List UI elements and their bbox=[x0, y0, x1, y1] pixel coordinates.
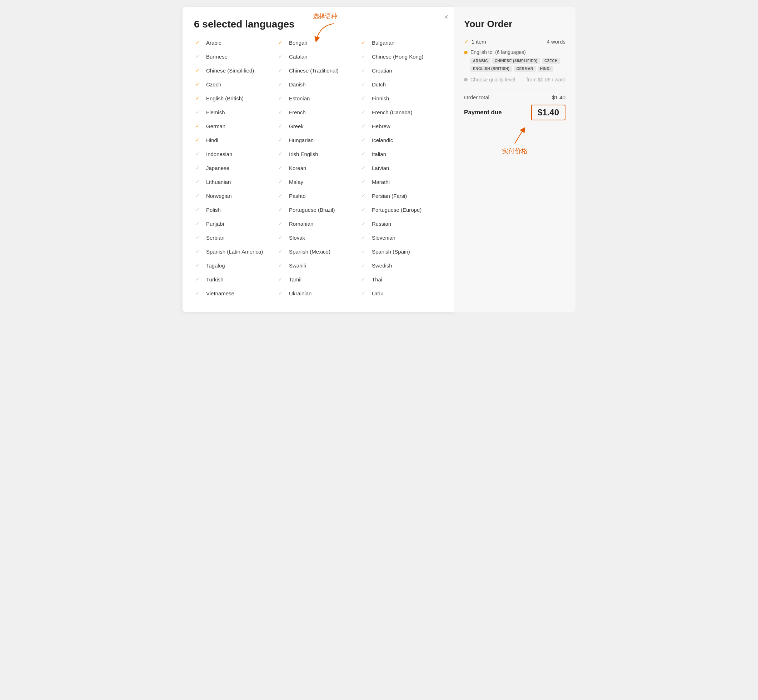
check-icon-unchecked: ✓ bbox=[361, 248, 368, 255]
lang-name: Swedish bbox=[372, 262, 392, 269]
lang-item[interactable]: ✓Serbian bbox=[194, 231, 277, 245]
lang-item[interactable]: ✓Irish English bbox=[277, 147, 360, 161]
lang-item[interactable]: ✓Persian (Farsi) bbox=[360, 189, 442, 203]
check-icon-unchecked: ✓ bbox=[361, 178, 368, 185]
lang-item[interactable]: ✓Korean bbox=[277, 161, 360, 175]
lang-item[interactable]: ✓Spanish (Spain) bbox=[360, 245, 442, 259]
lang-item[interactable]: ✓Urdu bbox=[360, 286, 442, 300]
check-icon-unchecked: ✓ bbox=[361, 165, 368, 171]
lang-item[interactable]: ✓Chinese (Simplified) bbox=[194, 64, 277, 78]
lang-item[interactable]: ✓Thai bbox=[360, 272, 442, 286]
language-panel: 6 selected languages × 选择语种 ✓Arabic✓Burm… bbox=[183, 7, 454, 312]
lang-name: Hindi bbox=[206, 136, 218, 144]
lang-name: Persian (Farsi) bbox=[372, 192, 407, 200]
lang-name: Russian bbox=[372, 220, 391, 228]
lang-item[interactable]: ✓Catalan bbox=[277, 50, 360, 64]
lang-item[interactable]: ✓Punjabi bbox=[194, 217, 277, 231]
lang-item[interactable]: ✓Croatian bbox=[360, 64, 442, 78]
lang-item[interactable]: ✓Latvian bbox=[360, 161, 442, 175]
lang-item[interactable]: ✓Polish bbox=[194, 203, 277, 217]
lang-item[interactable]: ✓English (British) bbox=[194, 91, 277, 105]
lang-tag: GERMAN bbox=[514, 66, 536, 72]
lang-item[interactable]: ✓Finnish bbox=[360, 91, 442, 105]
lang-item[interactable]: ✓Slovak bbox=[277, 231, 360, 245]
lang-tag: ENGLISH (BRITISH) bbox=[470, 66, 512, 72]
lang-item[interactable]: ✓German bbox=[194, 119, 277, 133]
lang-item[interactable]: ✓Chinese (Traditional) bbox=[277, 64, 360, 78]
lang-name: Dutch bbox=[372, 81, 386, 88]
languages-grid: ✓Arabic✓Burmese✓Chinese (Simplified)✓Cze… bbox=[194, 36, 442, 300]
lang-item[interactable]: ✓Pashto bbox=[277, 189, 360, 203]
lang-name: Urdu bbox=[372, 290, 384, 297]
gray-dot bbox=[464, 78, 467, 81]
lang-name: Finnish bbox=[372, 95, 389, 102]
lang-name: French bbox=[289, 109, 306, 116]
lang-item[interactable]: ✓Portuguese (Brazil) bbox=[277, 203, 360, 217]
lang-tag: ARABIC bbox=[470, 58, 491, 64]
lang-item[interactable]: ✓Malay bbox=[277, 175, 360, 189]
lang-item[interactable]: ✓Marathi bbox=[360, 175, 442, 189]
check-icon-unchecked: ✓ bbox=[361, 262, 368, 269]
lang-item[interactable]: ✓Greek bbox=[277, 119, 360, 133]
lang-item[interactable]: ✓Hebrew bbox=[360, 119, 442, 133]
lang-item[interactable]: ✓Bengali bbox=[277, 36, 360, 50]
lang-name: Chinese (Simplified) bbox=[206, 67, 254, 74]
lang-item[interactable]: ✓Russian bbox=[360, 217, 442, 231]
lang-item[interactable]: ✓Vietnamese bbox=[194, 286, 277, 300]
check-icon-unchecked: ✓ bbox=[278, 178, 285, 185]
lang-item[interactable]: ✓Swedish bbox=[360, 259, 442, 272]
lang-item[interactable]: ✓Dutch bbox=[360, 78, 442, 91]
lang-item[interactable]: ✓Arabic bbox=[194, 36, 277, 50]
lang-name: Bulgarian bbox=[372, 39, 394, 47]
lang-name: Estonian bbox=[289, 95, 310, 102]
lang-name: Pashto bbox=[289, 192, 306, 200]
lang-name: Greek bbox=[289, 122, 304, 130]
lang-name: Slovenian bbox=[372, 234, 395, 241]
lang-item[interactable]: ✓Icelandic bbox=[360, 133, 442, 147]
lang-item[interactable]: ✓Indonesian bbox=[194, 147, 277, 161]
payment-row: Payment due $1.40 bbox=[464, 105, 566, 120]
lang-name: Indonesian bbox=[206, 150, 232, 158]
lang-item[interactable]: ✓Bulgarian bbox=[360, 36, 442, 50]
lang-item[interactable]: ✓Lithuanian bbox=[194, 175, 277, 189]
orange-dot bbox=[464, 51, 467, 54]
check-icon-unchecked: ✓ bbox=[361, 95, 368, 102]
lang-item[interactable]: ✓Tamil bbox=[277, 272, 360, 286]
lang-tag: HINDI bbox=[538, 66, 553, 72]
lang-item[interactable]: ✓Italian bbox=[360, 147, 442, 161]
lang-item[interactable]: ✓Romanian bbox=[277, 217, 360, 231]
lang-item[interactable]: ✓Flemish bbox=[194, 105, 277, 119]
lang-item[interactable]: ✓Slovenian bbox=[360, 231, 442, 245]
check-icon-unchecked: ✓ bbox=[195, 248, 203, 255]
lang-item[interactable]: ✓Norwegian bbox=[194, 189, 277, 203]
lang-item[interactable]: ✓Hindi bbox=[194, 133, 277, 147]
check-icon-unchecked: ✓ bbox=[278, 81, 285, 88]
lang-item[interactable]: ✓Danish bbox=[277, 78, 360, 91]
lang-item[interactable]: ✓Turkish bbox=[194, 272, 277, 286]
lang-item[interactable]: ✓French (Canada) bbox=[360, 105, 442, 119]
lang-name: Danish bbox=[289, 81, 306, 88]
lang-item[interactable]: ✓Czech bbox=[194, 78, 277, 91]
lang-item[interactable]: ✓Burmese bbox=[194, 50, 277, 64]
lang-item[interactable]: ✓Tagalog bbox=[194, 259, 277, 272]
check-icon-unchecked: ✓ bbox=[278, 67, 285, 73]
check-icon-unchecked: ✓ bbox=[361, 123, 368, 129]
lang-item[interactable]: ✓French bbox=[277, 105, 360, 119]
lang-item[interactable]: ✓Estonian bbox=[277, 91, 360, 105]
lang-item[interactable]: ✓Chinese (Hong Kong) bbox=[360, 50, 442, 64]
lang-item[interactable]: ✓Hungarian bbox=[277, 133, 360, 147]
close-button[interactable]: × bbox=[444, 13, 448, 21]
lang-tag: CHINESE (SIMPLIFIED) bbox=[492, 58, 540, 64]
annotation-arrow-bottom bbox=[500, 128, 529, 145]
lang-item[interactable]: ✓Spanish (Latin America) bbox=[194, 245, 277, 259]
lang-item[interactable]: ✓Portuguese (Europe) bbox=[360, 203, 442, 217]
lang-name: Spanish (Latin America) bbox=[206, 248, 263, 255]
lang-item[interactable]: ✓Ukrainian bbox=[277, 286, 360, 300]
lang-name: Catalan bbox=[289, 53, 308, 60]
lang-item[interactable]: ✓Spanish (Mexico) bbox=[277, 245, 360, 259]
lang-item[interactable]: ✓Japanese bbox=[194, 161, 277, 175]
lang-item[interactable]: ✓Swahili bbox=[277, 259, 360, 272]
order-panel: Your Order ✓ 1 item 4 words English to: … bbox=[454, 7, 575, 312]
lang-name: Tamil bbox=[289, 276, 302, 283]
check-icon-checked: ✓ bbox=[361, 39, 368, 46]
